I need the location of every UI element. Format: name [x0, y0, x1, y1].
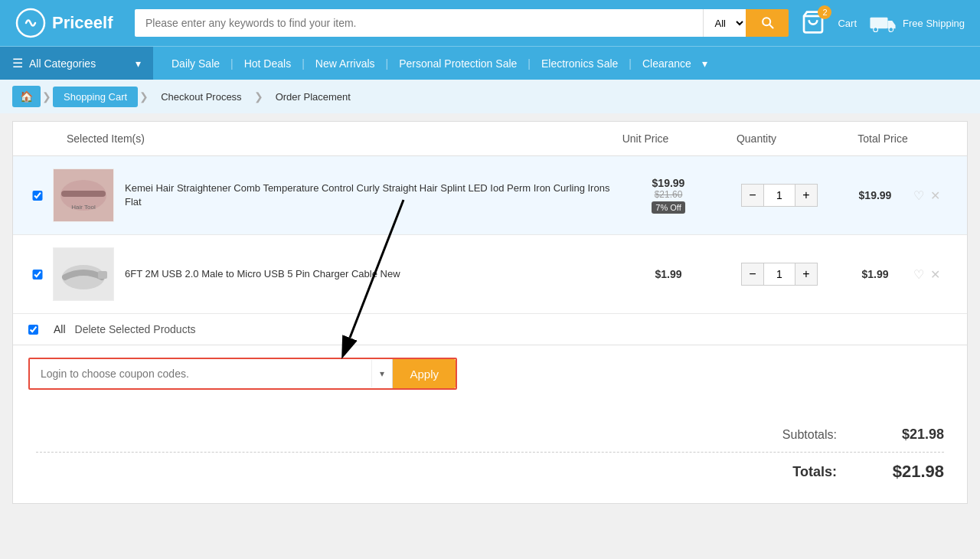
row-2-title: 6FT 2M USB 2.0 Male to Micro USB 5 Pin C…	[125, 267, 615, 281]
free-shipping-label: Free Shipping	[903, 18, 965, 29]
svg-rect-2	[870, 18, 887, 28]
row-1-discount-badge: 7% Off	[652, 201, 684, 214]
row-2-actions: ♡ ✕	[913, 267, 952, 282]
table-row: Hair Tool Kemei Hair Straightener Comb T…	[13, 156, 967, 235]
nav-hot-deals[interactable]: Hot Deals	[234, 48, 302, 79]
row-1-wishlist-icon[interactable]: ♡	[913, 188, 924, 203]
breadcrumb-checkout[interactable]: Checkout Process	[150, 87, 253, 107]
subtotals-row: Subtotals: $21.98	[36, 420, 944, 449]
row-1-qty-increase[interactable]: +	[795, 184, 818, 207]
product-2-thumbnail	[54, 248, 113, 300]
cart-footer-row: All Delete Selected Products	[13, 314, 967, 345]
nav-electronics[interactable]: Electronics Sale	[531, 48, 629, 79]
coupon-input-area: ▾	[30, 359, 393, 388]
breadcrumb-home[interactable]: 🏠	[12, 86, 41, 107]
row-1-actions: ♡ ✕	[913, 188, 952, 203]
row-1-checkbox[interactable]	[28, 191, 47, 201]
row-2-checkbox[interactable]	[28, 270, 47, 280]
row-1-price: $19.99 $21.60 7% Off	[615, 177, 722, 214]
header-unit-price: Unit Price	[592, 132, 699, 145]
row-1-title: Kemei Hair Straightener Comb Temperature…	[125, 181, 615, 209]
order-summary: Subtotals: $21.98 Totals: $21.98	[13, 405, 967, 503]
all-categories-button[interactable]: ☰ All Categories ▾	[0, 47, 153, 80]
row-1-image: Hair Tool	[53, 168, 114, 222]
logo[interactable]: Priceelf	[15, 8, 122, 38]
totals-label: Totals:	[792, 464, 837, 480]
all-categories-label: All Categories	[29, 57, 96, 70]
cart-button[interactable]: 2	[801, 10, 825, 37]
row-1-total: $19.99	[837, 189, 913, 201]
subtotals-label: Subtotals:	[782, 428, 837, 442]
svg-rect-11	[98, 271, 107, 279]
hamburger-icon: ☰	[12, 56, 23, 70]
row-2-qty-decrease[interactable]: −	[741, 263, 764, 286]
select-all-label: All	[54, 323, 66, 335]
nav-links: Daily Sale | Hot Deals | New Arrivals | …	[153, 48, 715, 79]
breadcrumb-order-placement[interactable]: Order Placement	[265, 87, 361, 107]
svg-text:Hair Tool: Hair Tool	[71, 204, 96, 211]
shipping-icon	[869, 12, 897, 34]
table-header: Selected Item(s) Unit Price Quantity Tot…	[13, 122, 967, 156]
header-item: Selected Item(s)	[28, 132, 592, 145]
coupon-section: ▾ Apply	[13, 345, 967, 405]
row-1-total-value: $19.99	[859, 189, 892, 201]
subtotals-value: $21.98	[883, 427, 944, 443]
summary-divider	[36, 452, 944, 453]
chevron-down-icon: ▾	[136, 57, 141, 70]
cart-badge: 2	[818, 5, 831, 19]
select-all-checkbox[interactable]	[28, 325, 38, 335]
row-2-total: $1.99	[837, 268, 913, 280]
row-2-current-price: $1.99	[615, 268, 722, 280]
row-2-remove-icon[interactable]: ✕	[930, 267, 940, 282]
navbar: ☰ All Categories ▾ Daily Sale | Hot Deal…	[0, 46, 980, 80]
logo-icon	[15, 8, 46, 38]
free-shipping: Free Shipping	[869, 12, 965, 34]
search-type-select[interactable]: All	[703, 9, 746, 37]
row-1-qty-input[interactable]	[764, 184, 795, 207]
search-icon	[760, 15, 775, 30]
header-actions: 2 Cart Free Shipping	[801, 10, 965, 37]
totals-row: Totals: $21.98	[36, 456, 944, 488]
search-button[interactable]	[746, 9, 789, 37]
header: Priceelf All 2 Cart	[0, 0, 980, 46]
search-bar: All	[135, 9, 789, 37]
cart-label: Cart	[838, 18, 857, 29]
shopping-cart-table: Selected Item(s) Unit Price Quantity Tot…	[12, 121, 968, 504]
product-1-thumbnail: Hair Tool	[54, 169, 113, 221]
search-input[interactable]	[135, 9, 703, 37]
nav-clearance[interactable]: Clearance	[632, 48, 702, 79]
row-2-qty-increase[interactable]: +	[795, 263, 818, 286]
row-2-qty-input[interactable]	[764, 263, 795, 286]
row-1-old-price: $21.60	[615, 189, 722, 200]
breadcrumb-shopping-cart[interactable]: Shopping Cart	[53, 87, 138, 107]
coupon-apply-button[interactable]: Apply	[393, 359, 456, 388]
breadcrumb: 🏠 ❯ Shopping Cart ❯ Checkout Process ❯ O…	[0, 80, 980, 113]
table-row: 6FT 2M USB 2.0 Male to Micro USB 5 Pin C…	[13, 235, 967, 314]
delete-selected-button[interactable]: Delete Selected Products	[75, 323, 196, 335]
logo-text: Priceelf	[52, 13, 113, 33]
nav-new-arrivals[interactable]: New Arrivals	[305, 48, 386, 79]
row-1-qty-decrease[interactable]: −	[741, 184, 764, 207]
row-1-current-price: $19.99	[615, 177, 722, 189]
nav-personal-protection[interactable]: Personal Protection Sale	[388, 48, 528, 79]
coupon-input[interactable]	[30, 359, 371, 388]
row-2-price: $1.99	[615, 268, 722, 280]
row-1-qty-control: − +	[722, 184, 837, 207]
coupon-dropdown-icon[interactable]: ▾	[371, 360, 392, 387]
nav-daily-sale[interactable]: Daily Sale	[161, 48, 230, 79]
row-2-qty-control: − +	[722, 263, 837, 286]
row-1-remove-icon[interactable]: ✕	[930, 188, 940, 203]
header-total-price: Total Price	[814, 132, 952, 145]
totals-value: $21.98	[883, 462, 944, 482]
row-2-image	[53, 247, 114, 301]
row-2-wishlist-icon[interactable]: ♡	[913, 267, 924, 282]
clearance-arrow: ▾	[702, 57, 707, 70]
coupon-input-wrapper: ▾ Apply	[28, 358, 457, 390]
header-quantity: Quantity	[699, 132, 814, 145]
svg-point-3	[874, 28, 878, 32]
svg-rect-7	[61, 191, 106, 197]
row-2-total-value: $1.99	[861, 268, 888, 280]
svg-point-4	[889, 28, 893, 32]
